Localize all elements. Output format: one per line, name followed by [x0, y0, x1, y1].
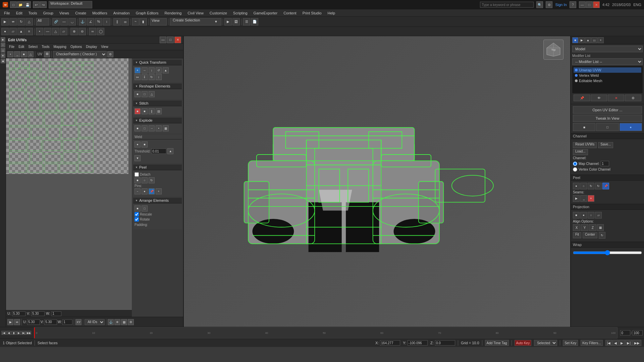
threshold-up[interactable]: ▲ — [167, 148, 173, 154]
qt-move-u[interactable]: + — [135, 67, 141, 73]
percent-snap-btn[interactable]: % — [95, 18, 102, 25]
stitch-btn2[interactable]: ■ — [142, 108, 148, 114]
explode-btn3[interactable]: → — [149, 125, 155, 131]
menu-game-exporter[interactable]: GameExporter — [251, 10, 280, 16]
uv-vertex-mode[interactable]: • — [7, 51, 13, 57]
tl-prev-btn[interactable]: ◀ — [6, 331, 11, 335]
nav-cube[interactable]: Top — [543, 40, 567, 63]
sign-in-label[interactable]: Sign In — [555, 3, 567, 7]
polygon-btn[interactable]: ▱ — [60, 28, 67, 35]
minimize-btn[interactable]: — — [579, 1, 586, 8]
help-btn[interactable]: ? — [570, 1, 576, 8]
uv-tool-move[interactable]: ⇎ — [14, 319, 20, 325]
angle-snap-btn[interactable]: ∠ — [87, 18, 94, 25]
rp-btn3[interactable]: ● — [620, 123, 642, 131]
uv-v-coord[interactable] — [44, 319, 57, 325]
rp-btn1[interactable]: ■ — [573, 123, 595, 131]
load-btn[interactable]: Load... — [573, 149, 588, 155]
uv-w-input[interactable] — [51, 311, 61, 316]
stitch-btn4[interactable]: ▤ — [156, 108, 162, 114]
stitch-btn1[interactable]: ■ — [135, 108, 141, 114]
status-play-end-btn[interactable]: ▶▶ — [633, 340, 641, 346]
open-uv-editor-btn[interactable]: Open UV Editor ... — [573, 106, 642, 114]
menu-create[interactable]: Create — [72, 10, 89, 16]
rescale-checkbox[interactable] — [135, 212, 139, 217]
save-btn[interactable]: 💾 — [24, 1, 31, 8]
workspace-dropdown[interactable]: Workspace: Default — [49, 1, 92, 8]
ring-btn[interactable]: ◯ — [97, 28, 104, 35]
selected-dropdown[interactable]: Selected — [534, 340, 557, 346]
config-mod-btn[interactable]: ⚙ — [625, 95, 641, 101]
tl-stop-btn[interactable]: ▮ — [11, 331, 16, 335]
proj-cylindrical-icon[interactable]: ● — [580, 212, 587, 219]
search-btn[interactable]: 🔍 — [536, 1, 543, 8]
menu-tools[interactable]: Tools — [26, 10, 40, 16]
peel-btn2[interactable]: ○ — [142, 177, 148, 183]
uv-picker[interactable]: 🖼 — [44, 51, 50, 57]
threshold-down[interactable]: ▼ — [135, 155, 141, 161]
wire-btn[interactable]: ▱ — [9, 28, 17, 35]
menu-animation[interactable]: Animation — [111, 10, 132, 16]
sub-select-btn[interactable]: ● — [1, 28, 9, 35]
proj-planar-icon[interactable]: ■ — [573, 212, 580, 219]
render-btn[interactable]: 🖼 — [232, 18, 240, 25]
menu-edit[interactable]: Edit — [13, 10, 25, 16]
rp-motion-icon[interactable]: ▶ — [579, 37, 585, 43]
reset-proj-icon[interactable]: ↻ — [599, 232, 605, 239]
qt-rotate-cw[interactable]: ↻ — [149, 74, 155, 80]
render-frame-btn[interactable]: ▶ — [224, 18, 232, 25]
qt-mirror-v[interactable]: ↧ — [142, 74, 148, 80]
sidebar-icon-5[interactable]: ◆ — [1, 59, 5, 63]
x-coord-input[interactable] — [380, 340, 400, 346]
checker-settings[interactable]: ⚙ — [107, 51, 113, 57]
tl-start-btn[interactable]: |◀ — [1, 331, 6, 335]
rotate-btn[interactable]: ↻ — [17, 18, 25, 25]
uv-u-coord[interactable] — [27, 319, 40, 325]
arrange-btn1[interactable]: ■ — [135, 205, 141, 212]
reset-uvws-btn[interactable]: Reset UVWs — [573, 142, 597, 148]
sidebar-icon-4[interactable]: ▼ — [1, 53, 5, 58]
proj-spherical-icon[interactable]: ○ — [588, 212, 594, 219]
seams-add-icon[interactable]: + — [588, 195, 594, 202]
uv-tool-select[interactable]: ▶ — [7, 319, 13, 325]
auto-key-btn[interactable]: Auto Key — [515, 340, 532, 346]
uv-grid-btn[interactable]: ▦ — [121, 319, 127, 325]
checker-pattern-select[interactable]: CheckerPattern ( Checker ) — [53, 51, 107, 58]
new-btn[interactable]: □ — [10, 1, 17, 8]
maximize-btn[interactable]: □ — [586, 1, 593, 8]
projection-section-header[interactable]: Projection — [571, 204, 644, 209]
proj-box-icon[interactable]: ▱ — [595, 212, 602, 219]
rotate-checkbox[interactable] — [135, 217, 139, 222]
scale-btn[interactable]: △ — [25, 18, 33, 25]
channel-section-header[interactable]: Channel — [571, 133, 644, 139]
view-dropdown[interactable]: View — [150, 18, 167, 25]
uv-menu-display[interactable]: Display — [84, 45, 99, 49]
uv-minimize-btn[interactable]: — — [160, 37, 166, 43]
vertex-btn[interactable]: • — [36, 28, 43, 35]
status-play-btn[interactable]: ▶ — [619, 340, 625, 346]
uv-menu-edit[interactable]: Edit — [17, 45, 26, 49]
status-play-start-btn[interactable]: |◀ — [605, 340, 612, 346]
map-channel-radio[interactable] — [573, 162, 577, 166]
all-ids-select[interactable]: All IDs — [85, 319, 105, 325]
menu-civil-view[interactable]: Civil View — [185, 10, 206, 16]
uv-menu-tools[interactable]: Tools — [40, 45, 51, 49]
sidebar-icon-3[interactable]: △ — [1, 48, 5, 53]
map-channel-input[interactable] — [601, 161, 609, 166]
menu-file[interactable]: File — [1, 10, 13, 16]
redo-btn[interactable]: ↪ — [40, 1, 47, 8]
mirror-btn[interactable]: ∥ — [113, 18, 121, 25]
frame-max-input[interactable] — [633, 330, 643, 336]
stitch-header[interactable]: ▼ Stitch — [133, 101, 182, 106]
reshape-header[interactable]: ▼ Reshape Elements — [133, 83, 182, 89]
y-coord-input[interactable] — [408, 340, 428, 346]
rp-btn2[interactable]: □ — [596, 123, 619, 131]
status-prev-frame-btn[interactable]: ◀ — [612, 340, 619, 346]
fit-btn[interactable]: Fit — [573, 232, 581, 238]
dope-sheet-btn[interactable]: ▮ — [140, 18, 147, 25]
pin-unpin-btn[interactable]: − — [135, 188, 141, 194]
obj-type-btn[interactable]: ▲ — [17, 28, 25, 35]
menu-help[interactable]: Help — [325, 10, 338, 16]
menu-print-studio[interactable]: Print Studio — [300, 10, 324, 16]
frame-input[interactable] — [620, 330, 630, 336]
